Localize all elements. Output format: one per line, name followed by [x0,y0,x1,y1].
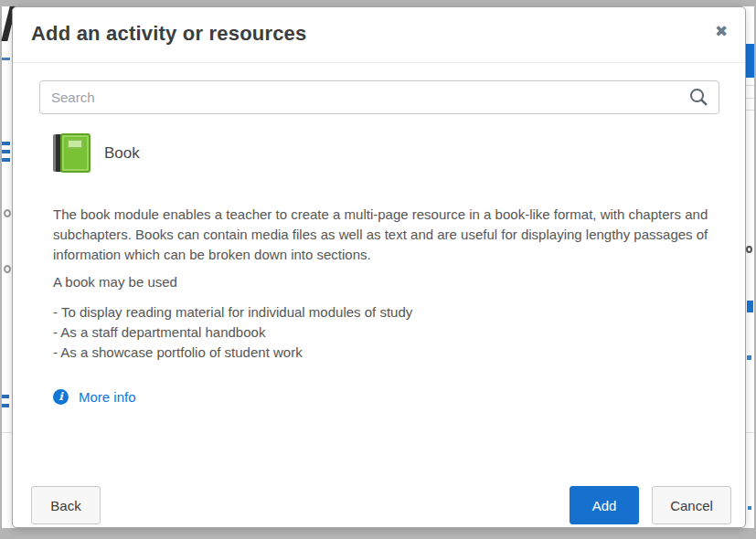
background-text-fragment [4,209,11,217]
background-divider-fragment [2,432,12,433]
info-icon: i [53,389,69,405]
usage-intro: A book may be used [53,274,177,290]
usage-list-item: - To display reading material for indivi… [53,302,412,322]
background-link-fragment [2,395,9,415]
background-link-fragment [747,355,751,360]
background-link-fragment [747,301,753,312]
usage-list-item: - As a staff departmental handbook [53,322,412,343]
background-link-fragment [748,506,751,510]
search-box [39,80,719,114]
background-link-fragment [2,58,10,60]
background-link-fragment [2,142,10,165]
header-divider [13,62,745,63]
background-table-fragment [746,85,754,111]
book-icon [53,133,91,173]
modal-title: Add an activity or resources [31,22,306,46]
usage-list: - To display reading material for indivi… [53,302,412,363]
more-info-label: More info [79,389,136,405]
add-button[interactable]: Add [570,486,639,524]
usage-list-item: - As a showcase portfolio of student wor… [53,343,412,363]
module-header-row: Book [53,133,140,173]
back-button[interactable]: Back [31,486,101,524]
background-button-fragment [746,44,754,78]
activity-chooser-modal: Add an activity or resources ✖ Book The … [12,6,746,528]
module-name: Book [104,144,140,163]
cancel-button[interactable]: Cancel [652,486,731,524]
search-input[interactable] [39,80,719,114]
background-text-fragment [4,265,11,273]
modal-header: Add an activity or resources ✖ [13,7,745,62]
background-text-fragment [746,246,752,253]
close-icon[interactable]: ✖ [709,19,733,43]
more-info-link[interactable]: i More info [53,389,136,405]
module-description: The book module enables a teacher to cre… [53,205,734,265]
